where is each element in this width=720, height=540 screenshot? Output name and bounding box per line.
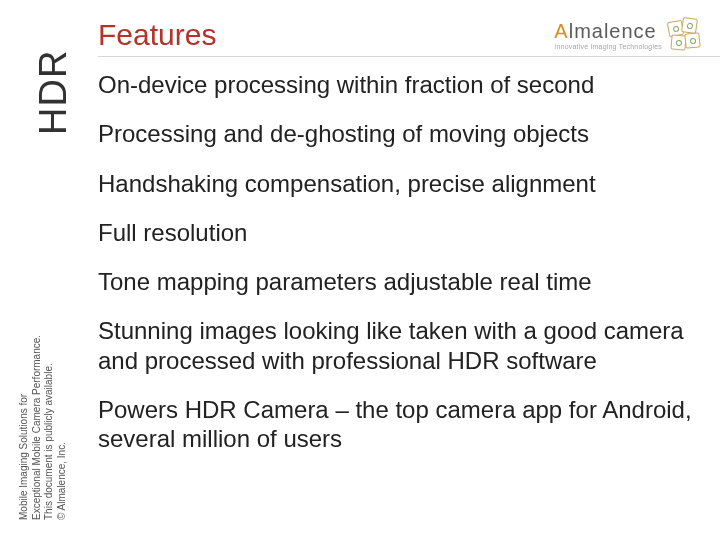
brand-logo: Almalence Innovative Imaging Technologie…: [554, 18, 702, 52]
brand-initial: A: [554, 20, 568, 42]
side-footer-line: Mobile Imaging Solutions for: [18, 310, 31, 520]
page-title: Features: [98, 18, 216, 52]
bullet-item: Stunning images looking like taken with …: [98, 316, 700, 375]
side-label-hdr: HDR: [32, 50, 75, 135]
bullet-item: Powers HDR Camera – the top camera app f…: [98, 395, 700, 454]
bullet-item: Processing and de-ghosting of moving obj…: [98, 119, 700, 148]
brand-logo-text: Almalence Innovative Imaging Technologie…: [554, 21, 662, 50]
brand-rest: lmalence: [569, 20, 657, 42]
side-footer-line: This document is publicly available.: [43, 310, 56, 520]
bullet-item: Handshaking compensation, precise alignm…: [98, 169, 700, 198]
bullet-item: Tone mapping parameters adjustable real …: [98, 267, 700, 296]
brand-squares-icon: [668, 18, 702, 52]
slide-header: Features Almalence Innovative Imaging Te…: [0, 0, 720, 62]
header-divider: [98, 56, 720, 57]
bullet-item: On-device processing within fraction of …: [98, 70, 700, 99]
brand-name: Almalence: [554, 21, 656, 41]
brand-tagline: Innovative Imaging Technologies: [554, 43, 662, 50]
side-footer-text: Mobile Imaging Solutions for Exceptional…: [18, 310, 68, 520]
slide: Features Almalence Innovative Imaging Te…: [0, 0, 720, 540]
side-footer-line: Exceptional Mobile Camera Performance.: [31, 310, 44, 520]
bullet-item: Full resolution: [98, 218, 700, 247]
slide-body: On-device processing within fraction of …: [98, 70, 700, 473]
side-footer-line: © Almalence, Inc.: [56, 310, 69, 520]
